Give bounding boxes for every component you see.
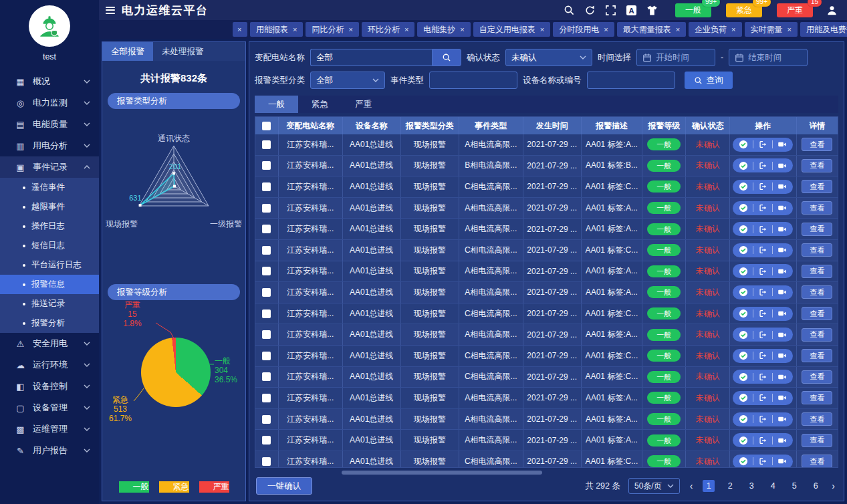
view-button[interactable]: 查看 — [802, 370, 832, 384]
tab-close-icon[interactable]: × — [404, 25, 408, 33]
sidebar-subitem[interactable]: 操作日志 — [0, 217, 99, 236]
avatar[interactable] — [29, 5, 70, 47]
camera-icon[interactable] — [777, 351, 787, 360]
row-checkbox[interactable] — [262, 288, 271, 297]
row-checkbox[interactable] — [262, 161, 271, 170]
tab-close-icon[interactable]: × — [540, 25, 544, 33]
table-level-tab[interactable]: 一般 — [255, 96, 298, 113]
export-icon[interactable] — [758, 436, 767, 445]
camera-icon[interactable] — [777, 393, 787, 402]
sidebar-item-event-records[interactable]: ▣ 事件记录 — [0, 156, 99, 178]
export-icon[interactable] — [758, 372, 767, 382]
table-level-tab[interactable]: 严重 — [342, 96, 385, 113]
row-checkbox[interactable] — [262, 309, 271, 318]
user-icon[interactable] — [826, 5, 838, 16]
row-checkbox[interactable] — [262, 204, 271, 213]
tab[interactable]: 分时段用电 × — [553, 22, 614, 37]
prev-page-button[interactable]: ‹ — [688, 481, 695, 491]
export-icon[interactable] — [758, 351, 767, 360]
row-checkbox[interactable] — [262, 330, 271, 339]
export-icon[interactable] — [758, 330, 767, 340]
camera-icon[interactable] — [777, 309, 787, 318]
fullscreen-icon[interactable] — [605, 5, 616, 16]
row-checkbox[interactable] — [262, 457, 271, 466]
camera-icon[interactable] — [777, 436, 787, 445]
row-checkbox[interactable] — [262, 436, 271, 445]
view-button[interactable]: 查看 — [802, 391, 832, 404]
confirm-icon[interactable] — [739, 330, 748, 340]
view-button[interactable]: 查看 — [802, 243, 832, 257]
camera-icon[interactable] — [777, 287, 787, 297]
page-number-button[interactable]: 5 — [788, 480, 800, 492]
row-checkbox[interactable] — [262, 225, 271, 233]
confirm-icon[interactable] — [739, 372, 748, 382]
search-icon[interactable] — [564, 5, 575, 16]
view-button[interactable]: 查看 — [802, 138, 832, 151]
export-icon[interactable] — [758, 393, 767, 402]
camera-icon[interactable] — [777, 330, 787, 340]
confirm-icon[interactable] — [739, 287, 748, 297]
tab-close-icon[interactable]: × — [604, 25, 608, 33]
sidebar-item[interactable]: ☁ 运行环境 — [0, 354, 99, 376]
sidebar-item[interactable]: ✎ 用户报告 — [0, 440, 99, 461]
camera-icon[interactable] — [777, 182, 787, 191]
confirm-icon[interactable] — [739, 436, 748, 445]
next-page-button[interactable]: › — [830, 481, 837, 491]
page-number-button[interactable]: 3 — [745, 480, 757, 492]
alarm-panel-tab[interactable]: 未处理报警 — [153, 42, 213, 61]
page-size-select[interactable]: 50条/页 — [628, 478, 680, 494]
sidebar-subitem[interactable]: 越限事件 — [0, 197, 99, 217]
tab-close-icon[interactable]: × — [460, 25, 464, 33]
page-number-button[interactable]: 2 — [724, 480, 736, 492]
station-search-button[interactable] — [432, 49, 461, 66]
alarm-level-button[interactable]: 严重 15 — [777, 3, 813, 17]
start-date-input[interactable]: 开始时间 — [636, 49, 715, 66]
page-number-button[interactable]: 4 — [767, 480, 779, 492]
view-button[interactable]: 查看 — [802, 159, 832, 172]
confirm-icon[interactable] — [739, 182, 748, 191]
export-icon[interactable] — [758, 203, 767, 213]
sidebar-item[interactable]: ⚠ 安全用电 — [0, 333, 99, 354]
refresh-icon[interactable] — [584, 5, 596, 16]
view-button[interactable]: 查看 — [802, 307, 832, 320]
row-checkbox[interactable] — [262, 267, 271, 275]
row-checkbox[interactable] — [262, 352, 271, 360]
tab[interactable]: 自定义用电报表 × — [473, 22, 550, 37]
view-button[interactable]: 查看 — [802, 265, 832, 278]
sidebar-subitem[interactable]: 遥信事件 — [0, 178, 99, 197]
row-checkbox[interactable] — [262, 182, 271, 191]
sidebar-item[interactable]: ◧ 设备控制 — [0, 376, 99, 397]
tab-close-icon[interactable]: × — [293, 25, 297, 33]
scrollbar-thumb[interactable] — [342, 471, 542, 475]
event-type-input[interactable] — [429, 72, 517, 89]
page-number-button[interactable]: 6 — [810, 480, 822, 492]
station-input[interactable] — [310, 49, 432, 66]
sidebar-subitem[interactable]: 报警分析 — [0, 313, 99, 333]
tab-close-icon[interactable]: × — [731, 25, 735, 33]
export-icon[interactable] — [758, 309, 767, 318]
sidebar-item[interactable]: ▢ 设备管理 — [0, 397, 99, 418]
view-button[interactable]: 查看 — [802, 412, 832, 426]
export-icon[interactable] — [758, 267, 767, 276]
device-name-input[interactable] — [587, 72, 675, 89]
camera-icon[interactable] — [777, 203, 787, 213]
view-button[interactable]: 查看 — [802, 223, 832, 236]
camera-icon[interactable] — [777, 245, 787, 255]
translate-icon[interactable]: A — [626, 5, 637, 16]
export-icon[interactable] — [758, 140, 767, 149]
alarm-panel-tab[interactable]: 全部报警 — [102, 42, 153, 61]
sidebar-item[interactable]: ▥ 用电分析 — [0, 135, 99, 156]
alarm-level-button[interactable]: 一般 99+ — [675, 3, 711, 17]
menu-toggle-icon[interactable] — [106, 7, 115, 14]
sidebar-subitem[interactable]: 短信日志 — [0, 236, 99, 255]
page-number-button[interactable]: 1 — [703, 480, 715, 492]
confirm-all-button[interactable]: 一键确认 — [256, 477, 312, 495]
sidebar-item[interactable]: ▦ 概况 — [0, 71, 99, 92]
sidebar-item[interactable]: ◎ 电力监测 — [0, 92, 99, 114]
confirm-icon[interactable] — [739, 203, 748, 213]
confirm-icon[interactable] — [739, 267, 748, 276]
export-icon[interactable] — [758, 161, 767, 170]
camera-icon[interactable] — [777, 161, 787, 170]
view-button[interactable]: 查看 — [802, 285, 832, 299]
camera-icon[interactable] — [777, 457, 787, 466]
